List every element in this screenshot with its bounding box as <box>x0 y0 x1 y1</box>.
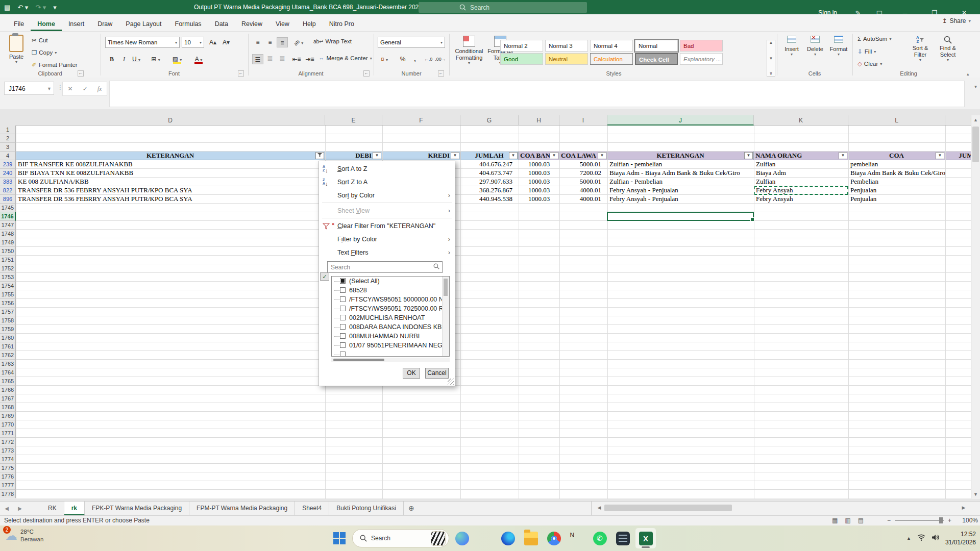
font-color-button[interactable]: A ▾ <box>193 54 204 64</box>
filter-value-item[interactable]: /FTSCY/WS95051 7025000.00 RIEK <box>332 304 449 313</box>
filter-value-item[interactable]: 002MUCHLISA RENHOAT <box>332 313 449 322</box>
save-icon[interactable]: ▤ <box>4 4 10 11</box>
number-dialog-launcher[interactable]: ⌐ <box>438 70 444 77</box>
filter-list-vscrollbar[interactable] <box>442 277 449 356</box>
filter-header-I[interactable]: COA LAWA▼ <box>559 152 607 160</box>
row-header-1750[interactable]: 1750 <box>0 247 16 256</box>
cell-I239[interactable]: 5000.01 <box>559 160 607 169</box>
filter-header-D[interactable]: KETERANGAN <box>16 152 325 160</box>
row-header-2[interactable]: 2 <box>0 134 16 143</box>
cell-G240[interactable]: 404.673.747 <box>460 169 519 178</box>
filter-header-F[interactable]: KREDI▼ <box>382 152 460 160</box>
align-middle-icon[interactable]: ≡ <box>264 37 276 47</box>
column-header-D[interactable]: D <box>16 115 325 126</box>
cut-button[interactable]: ✂Cut <box>32 37 48 44</box>
zoom-out-icon[interactable]: − <box>887 517 891 524</box>
row-header-1758[interactable]: 1758 <box>0 316 16 325</box>
borders-button[interactable]: ⊞ ▾ <box>150 54 161 64</box>
cell-I240[interactable]: 7200.02 <box>559 169 607 178</box>
style-explanatory-[interactable]: Explanatory ... <box>680 53 723 65</box>
checkbox-unchecked[interactable] <box>340 315 346 320</box>
cell-L896[interactable]: Penjualan <box>848 195 945 204</box>
format-painter-button[interactable]: ✐Format Painter <box>32 61 78 68</box>
cell-K383[interactable]: Zulfian <box>754 178 848 186</box>
underline-button[interactable]: U ▾ <box>131 54 142 64</box>
ribbon-tab-insert[interactable]: Insert <box>62 16 91 31</box>
filter-value-item[interactable]: (Select All) <box>332 277 449 286</box>
page-break-view-icon[interactable]: ▤ <box>858 517 864 524</box>
copy-button[interactable]: ❐Copy ▾ <box>32 49 57 56</box>
filter-dropdown-icon[interactable]: ▼ <box>936 152 944 159</box>
ribbon-tab-help[interactable]: Help <box>296 16 323 31</box>
checkbox-unchecked[interactable] <box>340 324 346 330</box>
italic-button[interactable]: I <box>118 54 130 64</box>
column-header-E[interactable]: E <box>325 115 382 126</box>
filter-header-G[interactable]: JUMLAH▼ <box>460 152 519 160</box>
resize-grip[interactable] <box>448 379 454 385</box>
taskbar-icon-edge[interactable] <box>498 528 518 548</box>
increase-decimal-button[interactable]: ←.0 <box>423 54 434 64</box>
cell-J822[interactable]: Febry Ansyah - Penjualan <box>607 186 754 195</box>
row-header-239[interactable]: 239 <box>0 160 16 169</box>
style-normal-4[interactable]: Normal 4 <box>590 40 633 52</box>
delete-cells-button[interactable]: ✕ Delete▾ <box>804 36 826 57</box>
filter-dropdown-icon[interactable]: ▼ <box>744 152 753 159</box>
taskbar-icon-excel[interactable]: X <box>635 528 656 548</box>
name-box[interactable]: J1746▼ <box>4 82 54 95</box>
filter-dropdown-icon[interactable]: ▼ <box>451 152 459 159</box>
zoom-slider[interactable] <box>895 520 944 521</box>
filter-search-input[interactable] <box>327 261 443 273</box>
filter-dropdown-icon[interactable]: ▼ <box>598 152 606 159</box>
filter-dropdown-icon[interactable]: ▼ <box>509 152 518 159</box>
clipboard-dialog-launcher[interactable]: ⌐ <box>78 70 84 77</box>
row-header-1773[interactable]: 1773 <box>0 446 16 455</box>
title-search-box[interactable]: Search <box>419 2 587 13</box>
cell-K896[interactable]: Febry Ansyah <box>754 195 848 204</box>
start-button[interactable] <box>329 528 350 548</box>
filter-header-J[interactable]: KETERANGAN▼ <box>607 152 754 160</box>
style-good[interactable]: Good <box>500 53 543 65</box>
filter-dropdown-icon[interactable]: ▼ <box>839 152 847 159</box>
cell-G383[interactable]: 297.907.633 <box>460 178 519 186</box>
checkbox-indeterminate[interactable] <box>340 278 346 284</box>
cell-K822[interactable]: Febry Ansyah <box>754 186 848 195</box>
style-check-cell[interactable]: Check Cell <box>635 53 678 65</box>
column-header-M[interactable]: M <box>945 115 971 126</box>
row-header-1763[interactable]: 1763 <box>0 360 16 368</box>
scroll-left-icon[interactable]: ◀ <box>595 504 603 512</box>
row-header-1774[interactable]: 1774 <box>0 455 16 464</box>
page-layout-view-icon[interactable]: ▥ <box>845 517 850 524</box>
menu-sheet-view[interactable]: Sheet View› <box>319 204 455 217</box>
filter-header-K[interactable]: NAMA ORANG▼ <box>754 152 848 160</box>
cell-G896[interactable]: 440.945.538 <box>460 195 519 204</box>
column-header-L[interactable]: L <box>848 115 945 126</box>
filter-value-item[interactable]: 008DARA BANCA INDONES KBB <box>332 322 449 332</box>
row-header-1746[interactable]: 1746 <box>0 212 16 221</box>
decrease-decimal-button[interactable]: .00→ <box>435 54 446 64</box>
scroll-up-icon[interactable]: ▲ <box>971 115 980 124</box>
cell-L239[interactable]: pembelian <box>848 160 945 169</box>
row-header-1757[interactable]: 1757 <box>0 308 16 316</box>
row-header-1749[interactable]: 1749 <box>0 238 16 247</box>
ribbon-tab-home[interactable]: Home <box>31 16 62 31</box>
column-header-G[interactable]: G <box>460 115 519 126</box>
paste-button[interactable]: Paste▾ <box>5 35 28 64</box>
filter-value-item[interactable] <box>332 350 449 357</box>
menu-filter-by-color[interactable]: Filter by Color› <box>319 233 455 246</box>
active-cell-selection[interactable] <box>607 212 754 221</box>
shrink-font-button[interactable]: A▾ <box>220 37 232 47</box>
checkbox-unchecked[interactable] <box>340 296 346 302</box>
row-header-1753[interactable]: 1753 <box>0 273 16 282</box>
taskbar-icon-copilot[interactable] <box>452 528 472 548</box>
horizontal-scroll-thumb[interactable] <box>604 505 732 511</box>
row-header-1756[interactable]: 1756 <box>0 299 16 308</box>
cell-D240[interactable]: BIF BIAYA TXN KE 008ZULFIANAKBB <box>16 169 325 178</box>
merge-center-button[interactable]: ⇔Merge & Center ▾ <box>318 55 372 61</box>
filter-dropdown-icon[interactable]: ▼ <box>550 152 558 159</box>
row-header-822[interactable]: 822 <box>0 186 16 195</box>
row-header-1762[interactable]: 1762 <box>0 351 16 360</box>
cell-H896[interactable]: 1000.03 <box>519 195 559 204</box>
normal-view-icon[interactable]: ▦ <box>832 517 838 524</box>
formula-input[interactable] <box>109 81 965 107</box>
fill-button[interactable]: ⇩Fill ▾ <box>857 48 876 55</box>
